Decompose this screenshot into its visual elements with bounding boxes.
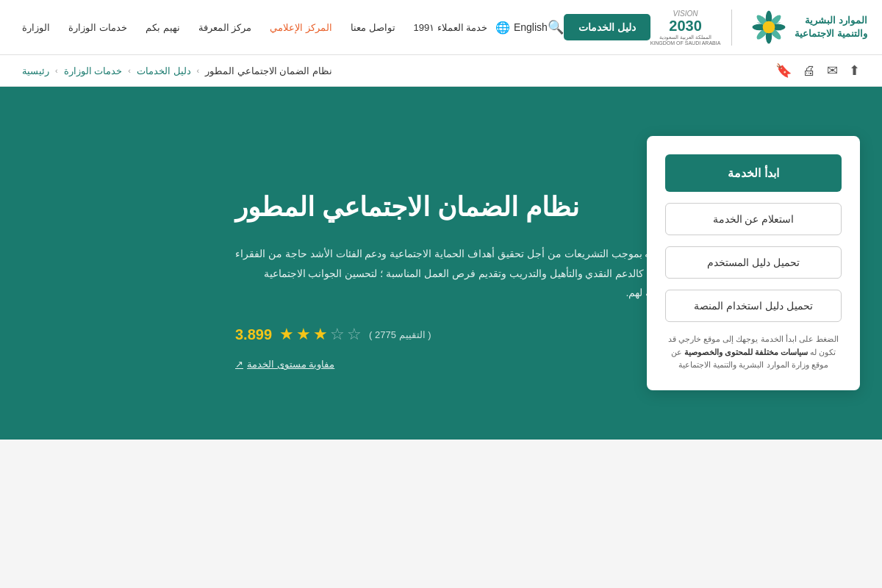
- breadcrumb: نظام الضمان الاجتماعي المطور › دليل الخد…: [22, 65, 332, 76]
- svg-point-11: [763, 21, 775, 34]
- star-1: ★: [279, 325, 294, 344]
- logo-section: الموارد البشرية والتنمية الاجتماعية: [650, 9, 867, 46]
- search-icon: 🔍: [548, 20, 564, 35]
- breadcrumb-service-guide[interactable]: دليل الخدمات: [137, 65, 191, 76]
- bookmark-icon[interactable]: 🔖: [775, 62, 792, 79]
- breadcrumb-bar: ⬆ ✉ 🖨 🔖 نظام الضمان الاجتماعي المطور › د…: [0, 55, 882, 87]
- star-rating: ☆ ☆ ★ ★ ★: [279, 325, 362, 344]
- breadcrumb-separator-3: ›: [55, 66, 58, 75]
- inquire-service-button[interactable]: استعلام عن الخدمة: [665, 203, 842, 235]
- rating-count: ( التقييم 2775 ): [369, 329, 431, 340]
- vision-2030-logo: VISION 2030 المملكة العربية السعودية KIN…: [650, 10, 733, 46]
- ministry-name: الموارد البشرية والتنمية الاجتماعية: [795, 14, 867, 40]
- sla-link[interactable]: مفاوية مستوى الخدمة ↗: [235, 359, 334, 370]
- sidebar-disclaimer: الضغط على ابدأ الخدمة يوجهك إلى موقع خار…: [665, 333, 842, 372]
- hero-section: ابدأ الخدمة استعلام عن الخدمة تحميل دليل…: [0, 87, 882, 440]
- start-service-button[interactable]: ابدأ الخدمة: [665, 154, 842, 192]
- top-navigation: الموارد البشرية والتنمية الاجتماعية: [0, 0, 882, 55]
- nav-item-customer-service[interactable]: خدمة العملاء 199١: [414, 22, 488, 33]
- breadcrumb-current: نظام الضمان الاجتماعي المطور: [205, 65, 332, 76]
- service-guide-button[interactable]: دليل الخدمات: [564, 14, 650, 40]
- nav-item-care[interactable]: نهيم بكم: [146, 22, 180, 33]
- rating-section: ( التقييم 2775 ) ☆ ☆ ★ ★ ★ 3.899: [235, 325, 431, 344]
- star-4: ☆: [330, 325, 345, 344]
- english-label: English: [514, 21, 548, 33]
- star-2: ★: [296, 325, 311, 344]
- email-icon[interactable]: ✉: [827, 62, 838, 79]
- language-toggle-button[interactable]: English 🌐: [495, 21, 548, 35]
- nav-item-contact[interactable]: تواصل معنا: [351, 22, 395, 33]
- hero-title: نظام الضمان الاجتماعي المطور: [235, 189, 579, 226]
- nav-item-ministry-services[interactable]: خدمات الوزارة: [68, 22, 127, 33]
- main-navigation: خدمة العملاء 199١ تواصل معنا المركز الإع…: [15, 22, 495, 33]
- star-3: ★: [313, 325, 328, 344]
- external-link-icon: ↗: [235, 359, 243, 370]
- nav-item-media-center[interactable]: المركز الإعلامي: [270, 22, 332, 33]
- star-5: ☆: [347, 325, 362, 344]
- rating-number: 3.899: [235, 326, 272, 343]
- download-platform-guide-button[interactable]: تحميل دليل استخدام المنصة: [665, 290, 842, 322]
- breadcrumb-home[interactable]: رئيسية: [22, 65, 49, 76]
- page-actions: ⬆ ✉ 🖨 🔖: [775, 62, 860, 79]
- service-actions-card: ابدأ الخدمة استعلام عن الخدمة تحميل دليل…: [647, 136, 860, 390]
- nav-item-ministry[interactable]: الوزارة: [22, 22, 50, 33]
- share-icon[interactable]: ⬆: [849, 62, 860, 79]
- ministry-logo: [750, 9, 787, 46]
- search-button[interactable]: 🔍: [548, 19, 564, 35]
- nav-item-knowledge-center[interactable]: مركز المعرفة: [198, 22, 252, 33]
- print-icon[interactable]: 🖨: [803, 63, 816, 79]
- breadcrumb-separator-2: ›: [128, 66, 131, 75]
- globe-icon: 🌐: [495, 21, 510, 35]
- breadcrumb-ministry-services[interactable]: خدمات الوزارة: [64, 65, 123, 76]
- breadcrumb-separator: ›: [197, 66, 200, 75]
- download-user-guide-button[interactable]: تحميل دليل المستخدم: [665, 246, 842, 279]
